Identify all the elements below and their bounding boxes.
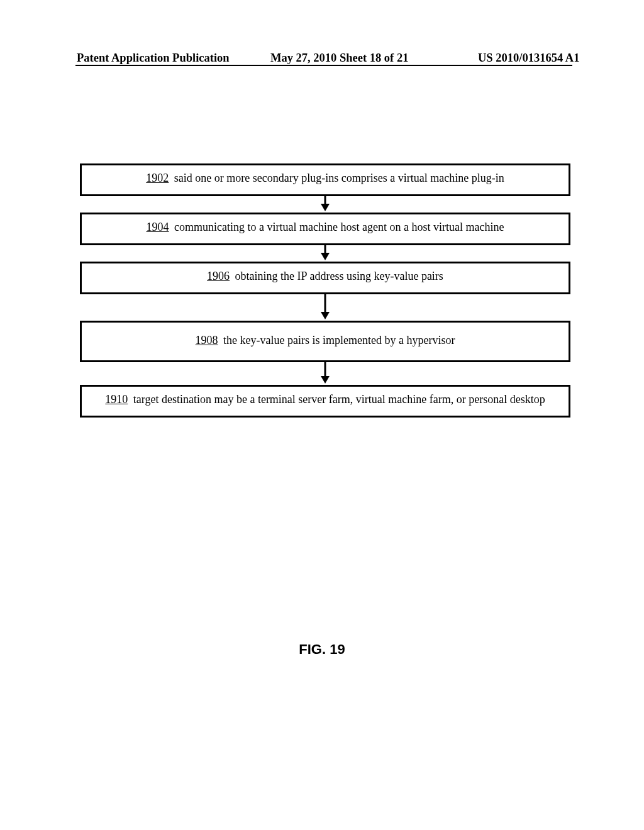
flow-step-1908: 1908 the key-value pairs is implemented … [80, 321, 570, 362]
figure-caption: FIG. 19 [0, 641, 644, 658]
header-pub-number: US 2010/0131654 A1 [478, 52, 579, 65]
header-date-sheet: May 27, 2010 Sheet 18 of 21 [270, 52, 408, 65]
flow-step-text: communicating to a virtual machine host … [172, 221, 504, 233]
flow-step-1902: 1902 said one or more secondary plug-ins… [80, 163, 570, 196]
flow-step-text: obtaining the IP address using key-value… [232, 270, 443, 282]
svg-marker-7 [321, 376, 330, 384]
flow-step-1906: 1906 obtaining the IP address using key-… [80, 262, 570, 294]
flow-step-1904: 1904 communicating to a virtual machine … [80, 213, 570, 245]
svg-marker-5 [321, 312, 330, 319]
flow-step-1910: 1910 target destination may be a termina… [80, 385, 570, 418]
page-root: Patent Application Publication May 27, 2… [0, 0, 644, 830]
flowchart: 1902 said one or more secondary plug-ins… [80, 163, 570, 418]
flow-step-ref: 1902 [146, 172, 169, 184]
header-pub-type: Patent Application Publication [77, 52, 230, 65]
svg-marker-1 [321, 204, 330, 211]
arrow-icon [80, 362, 570, 385]
flow-step-text: said one or more secondary plug-ins comp… [171, 172, 504, 184]
flow-step-text: target destination may be a terminal ser… [130, 393, 545, 406]
flow-step-ref: 1904 [147, 221, 169, 233]
svg-marker-3 [321, 253, 330, 260]
arrow-icon [80, 196, 570, 213]
flow-step-ref: 1910 [105, 393, 128, 406]
arrow-icon [80, 245, 570, 262]
flow-step-ref: 1906 [207, 270, 230, 282]
arrow-icon [80, 294, 570, 321]
flow-step-ref: 1908 [196, 334, 218, 346]
header-rule [75, 65, 572, 66]
flow-step-text: the key-value pairs is implemented by a … [221, 334, 455, 346]
